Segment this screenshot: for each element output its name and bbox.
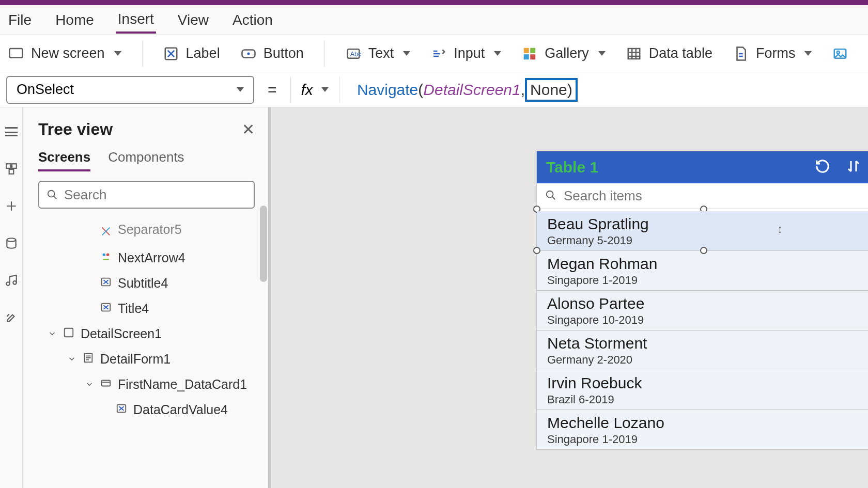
insert-gallery-button[interactable]: Gallery [522, 45, 606, 61]
media-rail-icon[interactable] [5, 274, 18, 287]
tree-item-label: DetailForm1 [100, 352, 171, 367]
tree-view-icon[interactable] [5, 162, 18, 176]
insert-forms-button[interactable]: Forms [733, 45, 812, 61]
hamburger-icon[interactable] [5, 125, 18, 138]
tree-item[interactable]: Subtitle4 [23, 271, 270, 296]
svg-rect-7 [531, 48, 536, 53]
insert-datatable-button[interactable]: Data table [626, 45, 712, 61]
insert-label-button[interactable]: Label [163, 45, 220, 61]
tools-rail-icon[interactable] [5, 311, 18, 324]
tree-item[interactable]: DataCardValue4 [23, 397, 270, 422]
menu-file[interactable]: File [6, 8, 34, 33]
tree-item[interactable]: DetailScreen1 [23, 321, 270, 347]
selection-handle[interactable] [533, 247, 540, 254]
equals-sign: = [264, 81, 281, 99]
tab-screens[interactable]: Screens [38, 149, 90, 171]
sort-icon[interactable] [846, 159, 861, 176]
gallery-row[interactable]: Neta StormentGermany 2-2020 [537, 330, 868, 370]
gallery-row[interactable]: Alonso ParteeSingapore 10-2019 [537, 291, 868, 330]
form-icon [83, 352, 94, 367]
data-table-icon [626, 46, 642, 61]
chevron-down-icon [321, 87, 329, 92]
tree-scrollbar[interactable] [260, 206, 267, 282]
insert-rail-icon[interactable] [5, 199, 18, 213]
tree-item[interactable]: NextArrow4 [23, 245, 270, 271]
search-icon [47, 189, 58, 200]
menu-action[interactable]: Action [230, 8, 275, 33]
formula-bar: OnSelect = fx Navigate ( DetailScreen1 ,… [0, 72, 868, 107]
refresh-icon[interactable] [815, 159, 830, 176]
tree-item[interactable]: DetailForm1 [23, 347, 270, 372]
tree-item-label: FirstName_DataCard1 [118, 377, 247, 392]
gallery-icon [522, 46, 537, 61]
formula-input[interactable]: Navigate ( DetailScreen1 , None) [349, 78, 578, 102]
tree-view-title: Tree view [38, 120, 113, 139]
screen-icon [8, 46, 24, 61]
menu-view[interactable]: View [176, 8, 211, 33]
chevron-down-icon[interactable] [85, 377, 94, 392]
insert-button-button[interactable]: Button [241, 45, 304, 61]
gallery-row[interactable]: Irvin RoebuckBrazil 6-2019 [537, 370, 868, 410]
new-screen-button[interactable]: New screen [8, 45, 121, 61]
label-icon [100, 276, 112, 291]
data-rail-icon[interactable] [5, 237, 18, 250]
chevron-down-icon[interactable] [48, 326, 57, 341]
insert-input-label: Input [454, 45, 485, 61]
tree-item-label: DataCardValue4 [133, 402, 228, 417]
insert-forms-label: Forms [756, 45, 796, 61]
insert-text-button[interactable]: Abc Text [346, 45, 411, 61]
row-subtitle: Singapore 1-2019 [547, 274, 860, 287]
menu-insert[interactable]: Insert [116, 7, 156, 34]
label-icon [100, 301, 112, 316]
svg-rect-26 [102, 381, 111, 386]
canvas[interactable]: Table 1 Beau SpratlingGe [271, 107, 868, 488]
insert-input-button[interactable]: Input [431, 45, 501, 61]
svg-rect-0 [10, 49, 23, 58]
row-subtitle: Singapore 10-2019 [547, 313, 860, 327]
svg-point-3 [247, 52, 250, 55]
svg-rect-13 [6, 164, 11, 168]
insert-label-label: Label [186, 45, 220, 61]
insert-datatable-label: Data table [649, 45, 712, 61]
preview-header: Table 1 [537, 151, 868, 183]
selection-handle[interactable] [700, 247, 707, 254]
tree-search-input[interactable] [64, 187, 246, 203]
close-icon[interactable]: ✕ [242, 120, 255, 138]
tree-item[interactable]: Separator5 [23, 220, 270, 245]
svg-rect-24 [65, 328, 73, 337]
formula-arg2-highlight: None) [525, 78, 578, 102]
formula-function: Navigate [357, 81, 418, 99]
svg-point-28 [547, 191, 553, 197]
card-icon [100, 377, 112, 392]
insert-text-label: Text [368, 45, 394, 61]
fx-label: fx [301, 81, 313, 99]
nextarrow-icon [100, 250, 112, 265]
tree-item[interactable]: FirstName_DataCard1 [23, 372, 270, 397]
chevron-down-icon [403, 51, 410, 56]
insert-button-label: Button [264, 45, 304, 61]
formula-comma: , [521, 81, 525, 99]
svg-rect-10 [628, 49, 640, 59]
chevron-down-icon[interactable] [67, 352, 76, 367]
chevron-down-icon [494, 51, 501, 56]
row-title: Mechelle Lozano [547, 414, 860, 432]
svg-rect-8 [524, 54, 529, 59]
tree-item[interactable]: Title4 [23, 296, 270, 321]
tree-item-label: Title4 [118, 301, 149, 316]
window-titlebar [0, 0, 868, 5]
property-selector[interactable]: OnSelect [6, 76, 254, 104]
row-title: Megan Rohman [547, 255, 860, 273]
gallery-row[interactable]: Megan RohmanSingapore 1-2019 [537, 251, 868, 291]
row-title: Alonso Partee [547, 295, 860, 312]
work-area: Tree view ✕ Screens Components Separator… [0, 107, 868, 488]
preview-search-input[interactable] [564, 188, 862, 204]
svg-point-17 [6, 282, 10, 286]
gallery-row[interactable]: Beau SpratlingGermany 5-2019↕ [537, 211, 868, 251]
chevron-down-icon [237, 87, 244, 92]
gallery-row[interactable]: Mechelle LozanoSingapore 1-2019 [537, 410, 868, 450]
fx-dropdown[interactable]: fx [290, 76, 339, 103]
menu-home[interactable]: Home [53, 8, 96, 33]
tree-search-box[interactable] [38, 181, 255, 209]
tab-components[interactable]: Components [108, 149, 184, 171]
insert-media-button[interactable] [832, 46, 848, 61]
